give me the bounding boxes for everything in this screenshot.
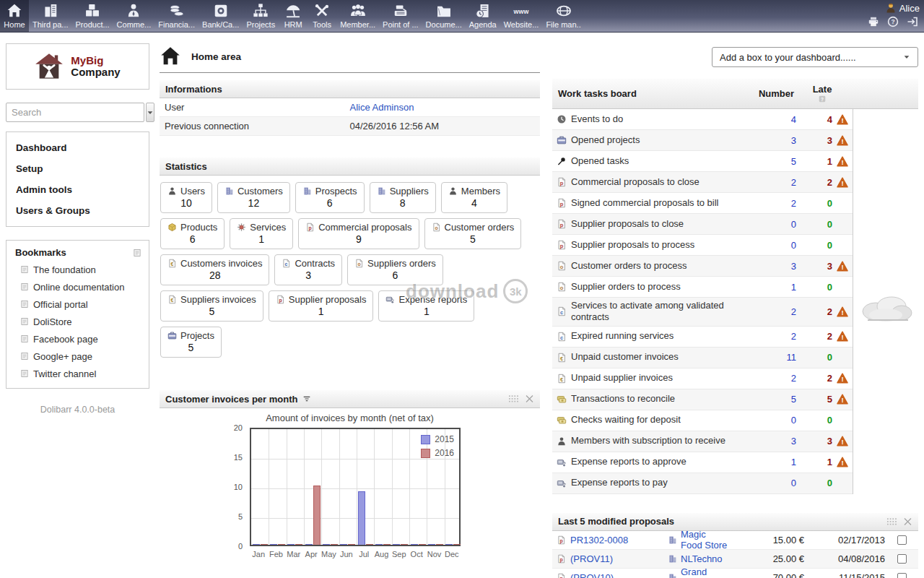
task-number-link[interactable]: 2 <box>753 306 796 317</box>
company-link[interactable]: Magic Food Store <box>681 529 728 551</box>
drag-handle-icon[interactable] <box>887 517 897 526</box>
sidebar-menu-item[interactable]: Users & Groups <box>6 200 149 221</box>
stat-box[interactable]: p Commercial proposals 9 <box>298 218 419 249</box>
task-late-link[interactable]: 4 <box>796 114 832 125</box>
bookmark-item[interactable]: Facebook page <box>11 330 144 348</box>
task-late-link[interactable]: 2 <box>796 177 832 188</box>
close-icon[interactable] <box>525 394 534 403</box>
stat-box[interactable]: Projects 5 <box>160 327 222 358</box>
stat-box[interactable]: o Customer orders 5 <box>424 218 522 249</box>
drag-handle-icon[interactable] <box>509 394 518 403</box>
row-checkbox[interactable] <box>897 535 907 545</box>
search-dropdown-button[interactable] <box>146 103 154 122</box>
bookmark-item[interactable]: The foundation <box>11 261 144 278</box>
task-late-link[interactable]: 3 <box>796 261 832 272</box>
bookmark-item[interactable]: Official portal <box>11 296 144 313</box>
task-late-link[interactable]: 0 <box>796 352 832 363</box>
menu-item[interactable]: Docume... <box>422 0 466 32</box>
logged-user[interactable]: Alice <box>885 2 920 14</box>
menu-item[interactable]: HRM <box>279 0 308 32</box>
logout-icon[interactable] <box>907 16 918 27</box>
stat-box[interactable]: € Customers invoices 28 <box>160 254 269 285</box>
bookmark-icon[interactable] <box>133 249 141 257</box>
task-late-link[interactable]: 0 <box>796 415 832 426</box>
task-late-link[interactable]: 1 <box>796 156 832 167</box>
menu-item[interactable]: Third pa... <box>29 0 72 32</box>
task-number-link[interactable]: 3 <box>753 261 796 272</box>
task-number-link[interactable]: 0 <box>753 240 796 251</box>
task-number-link[interactable]: 2 <box>753 198 796 209</box>
task-number-link[interactable]: 3 <box>753 436 796 447</box>
task-number-link[interactable]: 2 <box>753 373 796 384</box>
row-checkbox[interactable] <box>897 554 907 564</box>
menu-item[interactable]: Financia... <box>154 0 199 32</box>
stat-box[interactable]: c Contracts 3 <box>274 254 342 285</box>
sidebar-menu-item[interactable]: Dashboard <box>6 137 149 158</box>
stat-box[interactable]: Products 6 <box>160 218 225 249</box>
task-number-link[interactable]: 3 <box>753 135 796 146</box>
task-late-link[interactable]: 0 <box>796 240 832 251</box>
bookmark-item[interactable]: DoliStore <box>11 313 144 330</box>
menu-item[interactable]: Member... <box>336 0 379 32</box>
task-late-link[interactable]: 3 <box>796 436 832 447</box>
sidebar-menu-item[interactable]: Admin tools <box>6 179 149 200</box>
printer-icon[interactable] <box>868 16 879 27</box>
help-icon[interactable]: ? <box>887 16 899 27</box>
task-number-link[interactable]: 5 <box>753 156 796 167</box>
task-late-link[interactable]: 0 <box>796 219 832 230</box>
stat-box[interactable]: Members 4 <box>441 182 507 213</box>
menu-item[interactable]: Projects <box>243 0 279 32</box>
stat-box[interactable]: Customers 12 <box>217 182 290 213</box>
stat-box[interactable]: Prospects 6 <box>295 182 365 213</box>
stat-box[interactable]: o Suppliers orders 6 <box>347 254 443 285</box>
bookmark-item[interactable]: Google+ page <box>11 348 144 365</box>
row-checkbox[interactable] <box>897 573 907 578</box>
task-late-link[interactable]: 2 <box>796 373 832 384</box>
task-number-link[interactable]: 1 <box>753 457 796 467</box>
task-late-link[interactable]: 0 <box>796 282 832 293</box>
task-late-link[interactable]: 3 <box>796 135 832 146</box>
menu-item[interactable]: Comme... <box>113 0 155 32</box>
menu-item[interactable]: Home <box>0 0 29 32</box>
proposal-ref-link[interactable]: (PROV11) <box>570 553 613 564</box>
proposal-ref-link[interactable]: PR1302-0008 <box>570 535 628 545</box>
task-number-link[interactable]: 4 <box>753 114 796 125</box>
task-late-link[interactable]: 2 <box>796 306 832 317</box>
stat-box[interactable]: Expense reports 1 <box>378 290 474 322</box>
company-link[interactable]: Grand magasin <box>681 566 728 578</box>
menu-item[interactable]: Product... <box>72 0 113 32</box>
task-late-link[interactable]: 0 <box>796 198 832 209</box>
stat-box[interactable]: Suppliers 8 <box>370 182 436 213</box>
search-input[interactable] <box>6 103 144 122</box>
task-number-link[interactable]: 1 <box>753 282 796 293</box>
task-late-link[interactable]: 0 <box>796 478 832 488</box>
add-box-select[interactable]: Add a box to your dashboard...... <box>712 47 918 67</box>
filter-icon[interactable] <box>302 394 311 403</box>
task-number-link[interactable]: 5 <box>753 394 796 405</box>
bookmark-item[interactable]: Twitter channel <box>11 365 144 382</box>
menu-item[interactable]: Agenda <box>466 0 500 32</box>
sidebar-menu-item[interactable]: Setup <box>6 158 149 179</box>
menu-item[interactable]: Point of ... <box>379 0 422 32</box>
company-link[interactable]: NLTechno <box>681 553 723 564</box>
stat-box[interactable]: p Supplier proposals 1 <box>269 290 374 322</box>
menu-item[interactable]: Tools <box>308 0 336 32</box>
task-number-link[interactable]: 2 <box>753 177 796 188</box>
late-help-icon[interactable]: ? <box>819 95 826 103</box>
task-late-link[interactable]: 1 <box>796 457 832 467</box>
menu-item[interactable]: www Website... <box>500 0 543 32</box>
task-number-link[interactable]: 0 <box>753 478 796 488</box>
stat-box[interactable]: Users 10 <box>160 182 212 213</box>
proposal-ref-link[interactable]: (PROV10) <box>570 572 614 578</box>
task-late-link[interactable]: 2 <box>796 331 832 342</box>
task-number-link[interactable]: 11 <box>753 352 796 363</box>
stat-box[interactable]: € Suppliers invoices 5 <box>160 290 263 322</box>
task-number-link[interactable]: 0 <box>753 219 796 230</box>
bookmark-item[interactable]: Online documentation <box>11 278 144 296</box>
menu-item[interactable]: Bank/Ca... <box>199 0 243 32</box>
task-number-link[interactable]: 2 <box>753 331 796 342</box>
close-icon[interactable] <box>903 517 912 526</box>
task-late-link[interactable]: 5 <box>796 394 832 405</box>
stat-box[interactable]: Services 1 <box>230 218 293 249</box>
task-number-link[interactable]: 0 <box>753 415 796 426</box>
